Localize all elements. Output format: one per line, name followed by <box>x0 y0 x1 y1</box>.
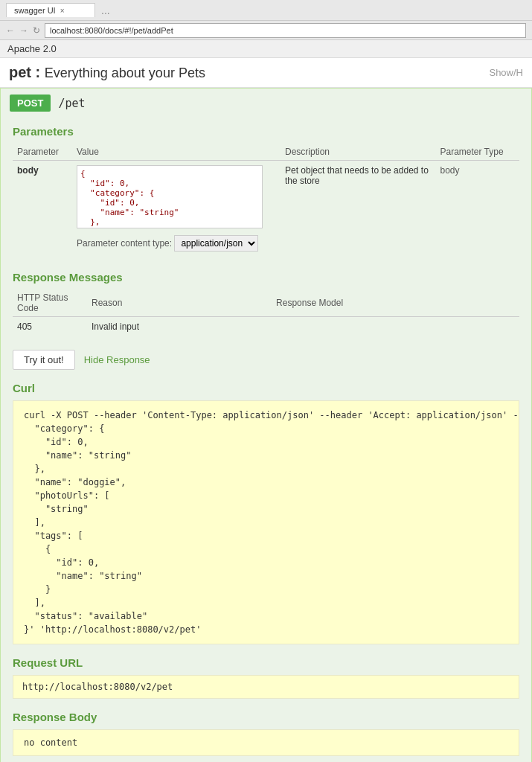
content-type-label: Parameter content type: <box>77 238 172 249</box>
endpoint-path: /pet <box>58 97 85 110</box>
response-body-title: Response Body <box>13 711 519 723</box>
body-textarea[interactable] <box>77 165 263 228</box>
response-messages-title: Response Messages <box>13 271 519 284</box>
response-messages-table: HTTP Status Code Reason Response Model 4… <box>13 289 519 336</box>
param-description-body: Pet object that needs to be added to the… <box>281 161 435 257</box>
apache-label: Apache 2.0 <box>0 40 532 58</box>
pet-header: pet : Everything about your Pets Show/H <box>0 58 532 88</box>
request-url-section: Request URL http://localhost:8080/v2/pet <box>1 650 531 705</box>
col-parameter-type: Parameter Type <box>435 144 519 161</box>
browser-tab-bar: swagger UI × ... <box>0 0 532 21</box>
method-badge: POST <box>10 95 51 112</box>
page-content: Apache 2.0 pet : Everything about your P… <box>0 40 532 762</box>
param-row-body: body Parameter content type: application… <box>13 161 519 257</box>
param-value-cell: Parameter content type: application/json <box>72 161 281 257</box>
address-bar: ← → ↻ localhost:8080/docs/#!/pet/addPet <box>0 21 532 40</box>
curl-title: Curl <box>13 382 519 394</box>
col-response-model: Response Model <box>272 289 519 317</box>
col-parameter: Parameter <box>13 144 72 161</box>
forward-button[interactable]: → <box>19 25 28 36</box>
model-405 <box>272 317 519 337</box>
param-type-body: body <box>435 161 519 257</box>
new-tab-button[interactable]: ... <box>101 4 110 16</box>
response-body-box: no content <box>13 729 519 756</box>
tab-label: swagger UI <box>14 6 56 15</box>
response-messages-section: Response Messages HTTP Status Code Reaso… <box>1 263 531 344</box>
param-name-body: body <box>13 161 72 257</box>
pet-title: pet : Everything about your Pets <box>9 64 205 81</box>
col-description: Description <box>281 144 435 161</box>
content-type-row: Parameter content type: application/json <box>77 235 276 252</box>
endpoint-header: POST /pet <box>1 89 531 118</box>
content-type-select[interactable]: application/json <box>174 235 258 252</box>
show-hide-link[interactable]: Show/H <box>489 67 523 78</box>
reload-button[interactable]: ↻ <box>33 25 40 36</box>
reason-405: Invalid input <box>87 317 272 337</box>
back-button[interactable]: ← <box>6 25 15 36</box>
response-row-405: 405 Invalid input <box>13 317 519 337</box>
browser-tab[interactable]: swagger UI × <box>6 3 95 17</box>
endpoint-section: POST /pet Parameters Parameter Value Des… <box>0 88 532 762</box>
request-url-display: http://localhost:8080/v2/pet <box>13 675 519 699</box>
col-reason: Reason <box>87 289 272 317</box>
url-input[interactable]: localhost:8080/docs/#!/pet/addPet <box>45 23 526 38</box>
url-text: localhost:8080/docs/#!/pet/addPet <box>50 26 173 35</box>
parameters-section: Parameters Parameter Value Description P… <box>1 118 531 263</box>
response-body-section: Response Body no content <box>1 705 531 762</box>
action-row: Try it out! Hide Response <box>1 344 531 376</box>
tab-close-icon[interactable]: × <box>60 7 65 15</box>
pet-word: pet <box>9 64 31 80</box>
curl-section: Curl curl -X POST --header 'Content-Type… <box>1 376 531 650</box>
parameters-table: Parameter Value Description Parameter Ty… <box>13 144 519 256</box>
curl-box: curl -X POST --header 'Content-Type: app… <box>13 400 519 644</box>
hide-response-link[interactable]: Hide Response <box>84 354 150 365</box>
parameters-title: Parameters <box>13 125 519 138</box>
col-http-status: HTTP Status Code <box>13 289 87 317</box>
status-code-405: 405 <box>13 317 87 337</box>
col-value: Value <box>72 144 281 161</box>
pet-description: Everything about your Pets <box>45 65 205 80</box>
request-url-title: Request URL <box>13 656 519 669</box>
try-it-out-button[interactable]: Try it out! <box>13 350 75 370</box>
